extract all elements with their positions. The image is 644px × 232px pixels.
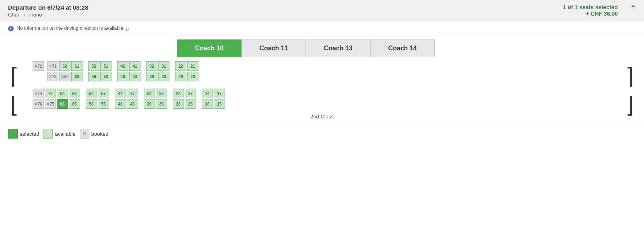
- tab-coach10[interactable]: Coach 10: [177, 39, 242, 57]
- seat-75[interactable]: 75: [45, 99, 56, 109]
- seat-36[interactable]: 36: [144, 99, 155, 109]
- seat-71[interactable]: 71: [47, 61, 58, 71]
- legend-available: available: [43, 129, 75, 139]
- seat-61[interactable]: 61: [71, 61, 83, 71]
- seat-67[interactable]: 67: [69, 89, 80, 98]
- bracket-top-right: ⌉: [625, 67, 634, 85]
- seat-77[interactable]: 77: [45, 89, 56, 98]
- tab-coach14[interactable]: Coach 14: [370, 39, 435, 57]
- seat-64[interactable]: 64: [57, 89, 68, 98]
- pair-2123: 21 23: [187, 61, 198, 81]
- seat-66[interactable]: 66: [57, 99, 68, 109]
- pair-5258: 52 58: [88, 61, 99, 81]
- seat-33[interactable]: 33: [158, 72, 169, 81]
- seat-44[interactable]: 44: [115, 89, 126, 98]
- info-bar: i No information on the driving directio…: [0, 22, 644, 35]
- seat-15[interactable]: 15: [214, 99, 225, 109]
- seat-47[interactable]: 47: [127, 89, 138, 98]
- legend-booked: ✕ booked: [80, 129, 109, 139]
- selected-color-box: [8, 129, 18, 139]
- tab-coach11[interactable]: Coach 11: [242, 39, 306, 57]
- route-label: Chur → Tirano: [8, 12, 88, 18]
- seat-23[interactable]: 23: [187, 72, 198, 81]
- pair-5755: 57 55: [98, 89, 109, 109]
- seat-38[interactable]: 38: [146, 72, 157, 81]
- seat-27[interactable]: 27: [185, 89, 196, 98]
- info-message: No information on the driving direction …: [17, 25, 124, 31]
- booking-panel: Departure on 6/7/24 at 08:28 Chur → Tira…: [0, 0, 644, 143]
- pair-6466: 64 66: [57, 89, 68, 109]
- pair-2228: 22 28: [175, 61, 186, 81]
- top-seat-section: 72 71 73 62 68 61 63: [33, 61, 619, 81]
- available-label: available: [55, 131, 75, 137]
- seat-17[interactable]: 17: [214, 89, 225, 98]
- seat-34[interactable]: 34: [144, 89, 155, 98]
- pair-4248: 42 48: [117, 61, 128, 81]
- price-label: + CHF 36.00: [563, 10, 618, 17]
- bracket-bottom-left: ⌊: [10, 96, 19, 114]
- bracket-left: ⌈ ⌊: [8, 61, 21, 120]
- seat-16[interactable]: 16: [202, 99, 213, 109]
- pair-6268: 62 68: [59, 61, 70, 81]
- seat-45[interactable]: 45: [127, 99, 138, 109]
- pair-7775: 77 75: [45, 89, 56, 109]
- seat-76[interactable]: 76: [33, 99, 44, 109]
- seat-26[interactable]: 26: [173, 99, 184, 109]
- seat-46[interactable]: 46: [115, 99, 126, 109]
- pair-3238: 32 38: [146, 61, 157, 81]
- seat-52[interactable]: 52: [88, 61, 99, 71]
- pair-7173: 71 73: [47, 61, 58, 81]
- seat-68[interactable]: 68: [59, 72, 70, 81]
- route-text: Chur → Tirano: [8, 12, 42, 18]
- seat-25[interactable]: 25: [185, 99, 196, 109]
- seat-51[interactable]: 51: [100, 61, 111, 71]
- seat-48[interactable]: 48: [117, 72, 128, 81]
- seat-62[interactable]: 62: [59, 61, 70, 71]
- info-suffix: U: [126, 27, 129, 32]
- seats-selected-label: 1 of 1 seats selected: [563, 4, 618, 10]
- pair-3436: 34 36: [144, 89, 155, 109]
- seat-28[interactable]: 28: [175, 72, 186, 81]
- seat-58[interactable]: 58: [88, 72, 99, 81]
- seats-main: 72 71 73 62 68 61 63: [25, 61, 619, 120]
- seat-22[interactable]: 22: [175, 61, 186, 71]
- seat-32[interactable]: 32: [146, 61, 157, 71]
- seat-56[interactable]: 56: [86, 99, 97, 109]
- pair-2426: 24 26: [173, 89, 184, 109]
- header-right: 1 of 1 seats selected + CHF 36.00: [563, 4, 618, 17]
- seat-14[interactable]: 14: [202, 89, 213, 98]
- seat-57[interactable]: 57: [98, 89, 109, 98]
- seat-65[interactable]: 65: [69, 99, 80, 109]
- seat-42[interactable]: 42: [117, 61, 128, 71]
- booked-label: booked: [91, 131, 109, 137]
- legend-selected: selected: [8, 129, 39, 139]
- seat-73[interactable]: 73: [47, 72, 58, 81]
- pair-4143: 41 43: [129, 61, 140, 81]
- available-color-box: [43, 129, 53, 139]
- seat-37[interactable]: 37: [156, 89, 167, 98]
- seat-55[interactable]: 55: [98, 99, 109, 109]
- seat-31[interactable]: 31: [158, 61, 169, 71]
- seat-41[interactable]: 41: [129, 61, 140, 71]
- pair-2725: 27 25: [185, 89, 196, 109]
- pair-6163: 61 63: [71, 61, 83, 81]
- seat-63[interactable]: 63: [71, 72, 83, 81]
- pair-3133: 31 33: [158, 61, 169, 81]
- departure-title: Departure on 6/7/24 at 08:28: [8, 4, 88, 11]
- pair-1715: 17 15: [214, 89, 225, 109]
- seat-74[interactable]: 74: [33, 89, 44, 98]
- seat-43[interactable]: 43: [129, 72, 140, 81]
- seat-21[interactable]: 21: [187, 61, 198, 71]
- seat-72[interactable]: 72: [33, 61, 44, 71]
- seat-35[interactable]: 35: [156, 99, 167, 109]
- pair-5153: 51 53: [100, 61, 111, 81]
- tab-coach13[interactable]: Coach 13: [306, 39, 370, 57]
- pair-4446: 44 46: [115, 89, 126, 109]
- booking-header: Departure on 6/7/24 at 08:28 Chur → Tira…: [0, 0, 644, 22]
- pair-5456: 54 56: [86, 89, 97, 109]
- seat-24[interactable]: 24: [173, 89, 184, 98]
- seat-53[interactable]: 53: [100, 72, 111, 81]
- bracket-bottom-right: ⌋: [625, 96, 634, 114]
- seat-54[interactable]: 54: [86, 89, 97, 98]
- collapse-button[interactable]: ⌃: [630, 4, 636, 13]
